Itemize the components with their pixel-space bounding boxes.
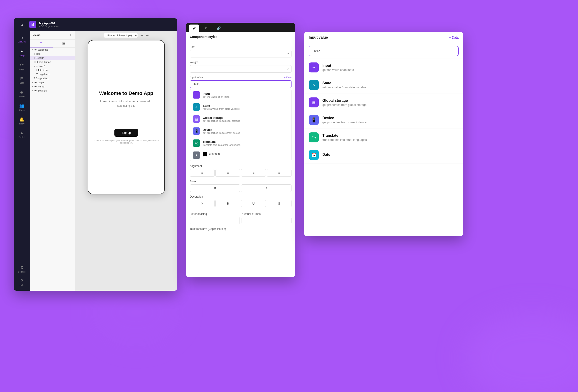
dropdown-item-translate[interactable]: f(x) Translate translate text into other… <box>190 137 291 149</box>
decor-underline-button[interactable]: U <box>241 200 266 207</box>
align-center-button[interactable]: ≡ <box>215 169 240 177</box>
iv-item-device[interactable]: 📱 Device get properties from current dev… <box>304 111 463 129</box>
undo-button[interactable]: ↩ <box>141 34 143 37</box>
iv-item-state-title: State <box>322 81 366 85</box>
iv-item-date[interactable]: 📅 Date <box>304 146 463 164</box>
tree-item-row1[interactable]: ▼ ≡ Row 1 <box>30 64 75 68</box>
tree-item-settings[interactable]: ► 👁 Settings <box>30 89 75 93</box>
styles-tab-link[interactable]: 🔗 <box>213 25 224 32</box>
style-italic-button[interactable]: I <box>241 184 291 192</box>
phone-frame: Welcome to Demo App Lorem ipsum dolor si… <box>88 40 165 195</box>
text-icon: T <box>34 53 35 55</box>
number-of-lines-input[interactable] <box>241 217 291 224</box>
tree-item-welcome[interactable]: ▼ 👁 Welcome <box>30 48 75 52</box>
tree-item-info-icon[interactable]: ℹ Info icon <box>30 68 75 72</box>
dropdown-translate-title: Translate <box>203 140 241 144</box>
sidebar-item-data[interactable]: ⊞ Data <box>15 74 29 86</box>
dropdown-device-title: Device <box>203 128 240 132</box>
dropdown-translate-desc: translate text into other languages <box>203 144 241 146</box>
sidebar-item-notify[interactable]: 🔔 Notify <box>15 114 29 127</box>
letter-spacing-input[interactable] <box>190 217 240 224</box>
phone-welcome-text: Welcome to Demo App <box>99 90 153 96</box>
dropdown-translate-icon: f(x) <box>193 140 200 147</box>
styles-tab-sliders[interactable]: ⚙ <box>201 25 211 32</box>
copy-action[interactable]: ⎘ <box>70 57 71 59</box>
views-header: Views ＋ <box>30 31 75 40</box>
app-org: ABC Organisation <box>39 25 59 28</box>
dropdown-item-global[interactable]: ▦ Global storage get properties from glo… <box>190 113 291 125</box>
dropdown-state-icon: ✳ <box>193 103 200 111</box>
dropdown-item-date[interactable]: ■ #000000 <box>190 149 291 161</box>
styles-tab-brush[interactable]: 🖌 <box>189 25 199 32</box>
sidebar-item-settings[interactable]: ⚙ Settings <box>15 263 29 275</box>
iv-item-device-title: Device <box>322 116 366 120</box>
views-add-button[interactable]: ＋ <box>69 33 72 38</box>
views-tab-grid[interactable]: ⊞ <box>53 40 75 48</box>
tree-item-legal-text[interactable]: T Legal text <box>30 72 75 76</box>
views-tab-list[interactable]: ≡ <box>30 40 53 48</box>
home-view-icon: 👁 <box>35 85 37 88</box>
app-builder-panel: ⌂ M My App 001 ABC Organisation ⌂ Overvi… <box>14 18 177 291</box>
iv-icon-translate: f(x) <box>309 132 319 143</box>
tree-item-subtitle[interactable]: T Subtitle ✎ ⎘ ✕ <box>30 56 75 60</box>
dropdown-item-state[interactable]: ✳ State retrive a value from state varia… <box>190 101 291 113</box>
delete-action[interactable]: ✕ <box>72 57 73 59</box>
device-select[interactable]: iPhone 12 Pro (414px) <box>104 33 138 38</box>
iv-item-state[interactable]: ✳ State retrive a value from state varia… <box>304 76 463 94</box>
row-icon: ≡ <box>36 65 38 67</box>
iv-item-input-desc: get the value of an input <box>322 68 354 72</box>
sidebar-item-assets[interactable]: ◈ Assets <box>15 87 29 100</box>
style-bold-button[interactable]: B <box>190 184 240 192</box>
phone-footnote: ☆ this is some sample legal text lorem i… <box>94 140 159 144</box>
data-button-small[interactable]: + Data <box>284 76 291 79</box>
views-panel: Views ＋ ≡ ⊞ ▼ 👁 Welcome T Title <box>30 31 75 291</box>
align-right-button[interactable]: ≡ <box>241 169 266 177</box>
align-justify-button[interactable]: ≡ <box>267 169 291 177</box>
dropdown-device-desc: get properties from current device <box>203 132 240 134</box>
tree-item-support-text[interactable]: T Support text <box>30 76 75 80</box>
input-value-field[interactable] <box>190 80 291 88</box>
info-icon: ℹ <box>36 69 37 72</box>
sidebar-item-overview[interactable]: ⌂ Overview <box>15 33 29 46</box>
color-swatch[interactable] <box>203 152 207 156</box>
iv-icon-date: 📅 <box>309 150 319 160</box>
styles-panel-title: Component styles <box>186 32 295 39</box>
letter-spacing-group: Letter spacing <box>190 209 240 224</box>
tree-item-home[interactable]: ► 👁 Home <box>30 85 75 89</box>
sidebar-item-users[interactable]: 👥 Users <box>15 101 29 114</box>
dropdown-item-device[interactable]: 📱 Device get properties from current dev… <box>190 125 291 137</box>
iv-item-global[interactable]: ▦ Global storage get properties from glo… <box>304 94 463 111</box>
weight-select[interactable]: - <box>190 65 291 73</box>
views-tabs: ≡ ⊞ <box>30 40 75 48</box>
iv-data-button[interactable]: + Data <box>449 36 459 39</box>
dropdown-state-title: State <box>203 104 240 107</box>
home-button[interactable]: ⌂ <box>17 20 26 29</box>
sidebar-item-publish[interactable]: ▲ Publish <box>15 128 29 141</box>
iv-input-field[interactable] <box>309 46 459 56</box>
styles-panel: 🖌 ⚙ 🔗 Component styles Font - Weight - I… <box>186 23 295 277</box>
legal-text-icon: T <box>36 73 38 76</box>
edit-action[interactable]: ✎ <box>67 57 69 59</box>
letter-spacing-label: Letter spacing <box>190 212 240 216</box>
sidebar-item-help[interactable]: ? Help <box>15 276 29 289</box>
canvas-toolbar: iPhone 12 Pro (414px) ↩ ↪ <box>75 31 177 40</box>
iv-item-translate[interactable]: f(x) Translate translate text into other… <box>304 129 463 146</box>
tree-item-title[interactable]: T Title <box>30 52 75 56</box>
redo-button[interactable]: ↪ <box>146 34 149 37</box>
dropdown-item-input[interactable]: → Input get the value of an input <box>190 89 291 101</box>
sidebar-item-design[interactable]: ✦ Design <box>15 46 29 59</box>
tree-item-login-button[interactable]: ⬜ Login button <box>30 60 75 64</box>
iv-title: Input value <box>309 35 328 40</box>
align-left-button[interactable]: ≡ <box>190 169 215 177</box>
font-select[interactable]: - <box>190 50 291 57</box>
decor-none-button[interactable]: ✕ <box>190 200 215 207</box>
help-icon: ? <box>21 279 23 284</box>
iv-item-input[interactable]: → Input get the value of an input <box>304 59 463 76</box>
dropdown-date-icon: ■ <box>193 151 200 159</box>
tree-item-login[interactable]: ► 👁 Login <box>30 80 75 85</box>
sidebar-item-logic[interactable]: ⟳ Logic <box>15 60 29 73</box>
decor-overline-button[interactable]: S̄ <box>267 200 291 207</box>
phone-signup-button[interactable]: Signup <box>114 129 138 137</box>
app-name: My App 001 <box>39 22 59 25</box>
decor-strikethrough-button[interactable]: S <box>215 200 240 207</box>
